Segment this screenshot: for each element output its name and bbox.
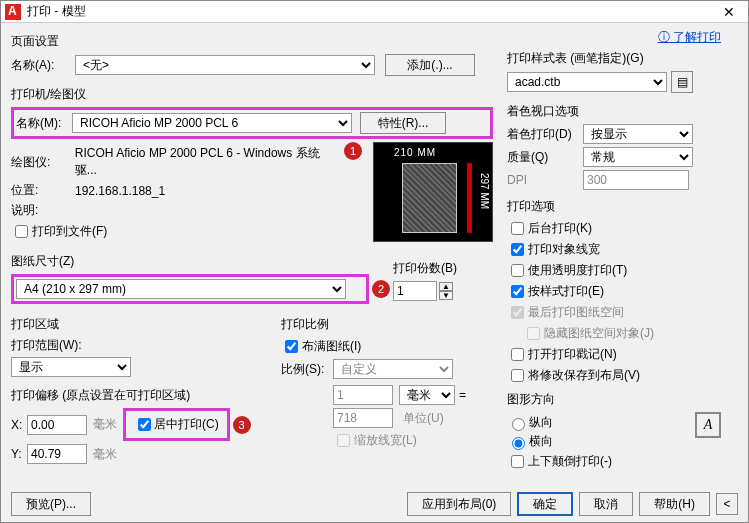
scale-unit-select[interactable]: 毫米 — [399, 385, 455, 405]
offset-x-label: X: — [11, 418, 27, 432]
offset-group: 打印偏移 (原点设置在可打印区域) — [11, 387, 261, 404]
scale-select[interactable]: 自定义 — [333, 359, 453, 379]
print-to-file-checkbox[interactable] — [15, 225, 28, 238]
paper-group: 图纸尺寸(Z) — [11, 253, 369, 270]
scale-num1-input[interactable] — [333, 385, 393, 405]
offset-x-unit: 毫米 — [93, 416, 117, 433]
offset-y-label: Y: — [11, 447, 27, 461]
page-setup-group: 页面设置 — [11, 33, 493, 50]
quality-select[interactable]: 常规 — [583, 147, 693, 167]
preview-button[interactable]: 预览(P)... — [11, 492, 91, 516]
annotation-badge-3: 3 — [233, 416, 251, 434]
center-plot-label: 居中打印(C) — [154, 416, 219, 433]
app-logo-icon — [5, 4, 21, 20]
scale-lineweight-label: 缩放线宽(L) — [354, 432, 417, 449]
portrait-radio[interactable] — [512, 418, 525, 431]
annotation-badge-1: 1 — [344, 142, 362, 160]
desc-label: 说明: — [11, 202, 75, 219]
fit-to-paper-checkbox[interactable] — [285, 340, 298, 353]
styletable-group: 打印样式表 (画笔指定)(G) — [507, 50, 721, 67]
scale-lineweight-checkbox — [337, 434, 350, 447]
offset-y-unit: 毫米 — [93, 446, 117, 463]
add-pagesetup-button[interactable]: 添加(.)... — [385, 54, 475, 76]
viewport-group: 着色视口选项 — [507, 103, 721, 120]
quality-label: 质量(Q) — [507, 149, 583, 166]
apply-layout-button[interactable]: 应用到布局(0) — [407, 492, 512, 516]
plotter-label: 绘图仪: — [11, 154, 75, 171]
opt-lineweights-checkbox[interactable] — [511, 243, 524, 256]
range-label: 打印范围(W): — [11, 337, 82, 354]
orientation-group: 图形方向 — [507, 391, 721, 408]
help-button[interactable]: 帮助(H) — [639, 492, 710, 516]
styletable-edit-icon[interactable]: ▤ — [671, 71, 693, 93]
paper-size-select[interactable]: A4 (210 x 297 mm) — [16, 279, 346, 299]
cancel-button[interactable]: 取消 — [579, 492, 633, 516]
scale-num2-input[interactable] — [333, 408, 393, 428]
opt-stamp-checkbox[interactable] — [511, 348, 524, 361]
copies-down-icon[interactable]: ▼ — [439, 291, 453, 300]
shade-select[interactable]: 按显示 — [583, 124, 693, 144]
scale-group: 打印比例 — [281, 316, 493, 333]
opt-transparency-checkbox[interactable] — [511, 264, 524, 277]
dpi-label: DPI — [507, 173, 583, 187]
range-select[interactable]: 显示 — [11, 357, 131, 377]
opt-withstyles-checkbox[interactable] — [511, 285, 524, 298]
collapse-icon[interactable]: < — [716, 493, 738, 515]
opt-hideps-checkbox — [527, 327, 540, 340]
styletable-select[interactable]: acad.ctb — [507, 72, 667, 92]
scale-label: 比例(S): — [281, 361, 333, 378]
scale-unit2-label: 单位(U) — [403, 410, 444, 427]
printer-properties-button[interactable]: 特性(R)... — [360, 112, 446, 134]
page-name-label: 名称(A): — [11, 57, 75, 74]
annotation-badge-2: 2 — [372, 280, 390, 298]
printer-group: 打印机/绘图仪 — [11, 86, 493, 103]
page-name-select[interactable]: <无> — [75, 55, 375, 75]
copies-input[interactable] — [393, 281, 437, 301]
offset-y-input[interactable] — [27, 444, 87, 464]
copies-group: 打印份数(B) — [393, 260, 493, 277]
ok-button[interactable]: 确定 — [517, 492, 573, 516]
learn-print-link[interactable]: 了解打印 — [673, 30, 721, 44]
printer-name-select[interactable]: RICOH Aficio MP 2000 PCL 6 — [72, 113, 352, 133]
copies-up-icon[interactable]: ▲ — [439, 282, 453, 291]
dpi-input — [583, 170, 689, 190]
plotter-value: RICOH Aficio MP 2000 PCL 6 - Windows 系统驱… — [75, 145, 341, 179]
upside-checkbox[interactable] — [511, 455, 524, 468]
close-icon[interactable]: ✕ — [714, 4, 744, 20]
opt-pslast-checkbox — [511, 306, 524, 319]
paper-preview: 210 MM 297 MM — [373, 142, 493, 242]
print-to-file-label: 打印到文件(F) — [32, 223, 107, 240]
location-label: 位置: — [11, 182, 75, 199]
info-icon: ⓘ — [658, 30, 670, 44]
opt-savechanges-checkbox[interactable] — [511, 369, 524, 382]
options-group: 打印选项 — [507, 198, 721, 215]
offset-x-input[interactable] — [27, 415, 87, 435]
fit-to-paper-label: 布满图纸(I) — [302, 338, 361, 355]
center-plot-checkbox[interactable] — [138, 418, 151, 431]
area-group: 打印区域 — [11, 316, 261, 333]
shade-label: 着色打印(D) — [507, 126, 583, 143]
location-value: 192.168.1.188_1 — [75, 184, 165, 198]
printer-name-label: 名称(M): — [16, 115, 72, 132]
window-title: 打印 - 模型 — [27, 3, 714, 20]
opt-bg-checkbox[interactable] — [511, 222, 524, 235]
orientation-preview-icon: A — [695, 412, 721, 438]
landscape-radio[interactable] — [512, 437, 525, 450]
